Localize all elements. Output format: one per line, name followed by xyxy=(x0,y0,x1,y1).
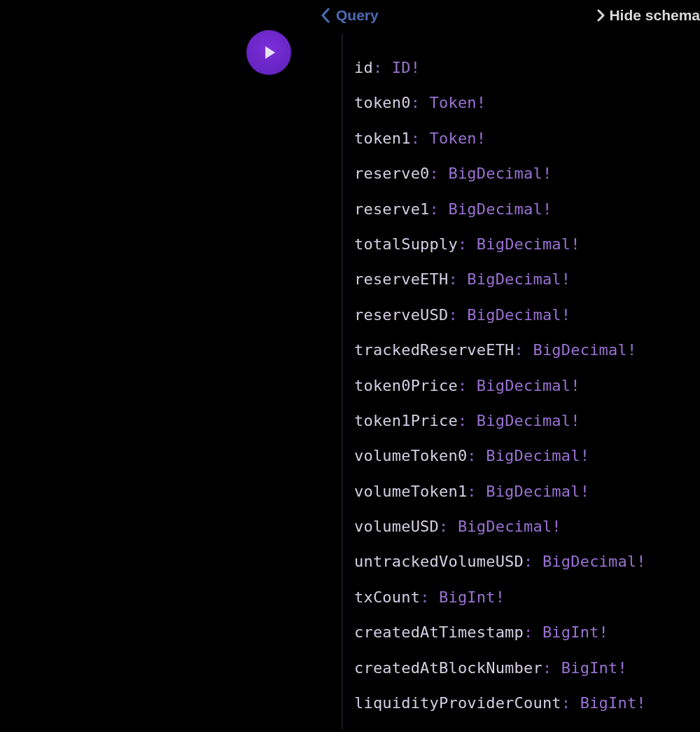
schema-field-name: totalSupply xyxy=(354,235,458,253)
schema-field-row[interactable]: untrackedVolumeUSD: BigDecimal! xyxy=(354,553,700,571)
non-null-bang: ! xyxy=(636,553,645,570)
schema-field-name: createdAtTimestamp xyxy=(354,623,524,641)
schema-field-name: untrackedVolumeUSD xyxy=(354,553,524,570)
non-null-bang: ! xyxy=(561,270,570,288)
schema-field-name: createdAtBlockNumber xyxy=(354,659,542,677)
non-null-bang: ! xyxy=(570,235,580,253)
schema-field-name: liquidityProviderCount xyxy=(354,694,561,712)
schema-field-type[interactable]: BigDecimal xyxy=(486,483,580,500)
schema-field-name: reserve0 xyxy=(354,165,430,182)
back-label: Query xyxy=(336,7,379,24)
colon-separator: : xyxy=(373,59,392,76)
schema-field-row[interactable]: volumeUSD: BigDecimal! xyxy=(354,518,700,536)
schema-field-name: id xyxy=(354,59,373,76)
schema-field-row[interactable]: token0Price: BigDecimal! xyxy=(354,377,700,395)
schema-field-row[interactable]: createdAtBlockNumber: BigInt! xyxy=(354,659,700,677)
schema-field-type[interactable]: BigDecimal xyxy=(458,518,552,535)
schema-field-row[interactable]: reserve1: BigDecimal! xyxy=(354,200,700,219)
schema-field-type[interactable]: BigDecimal xyxy=(542,553,636,570)
schema-field-type[interactable]: ID xyxy=(392,59,411,76)
non-null-bang: ! xyxy=(580,483,589,500)
schema-field-row[interactable]: createdAtTimestamp: BigInt! xyxy=(354,623,700,642)
colon-separator: : xyxy=(561,694,580,712)
schema-field-row[interactable]: reserveUSD: BigDecimal! xyxy=(354,306,700,324)
colon-separator: : xyxy=(448,306,467,324)
hide-schema-button[interactable]: Hide schema xyxy=(597,7,700,24)
colon-separator: : xyxy=(467,483,486,500)
non-null-bang: ! xyxy=(599,623,608,641)
non-null-bang: ! xyxy=(542,200,552,218)
schema-field-name: token0Price xyxy=(354,377,458,394)
hide-schema-label: Hide schema xyxy=(609,7,700,24)
schema-field-row[interactable]: txCount: BigInt! xyxy=(354,588,700,607)
play-icon xyxy=(265,46,275,59)
schema-field-type[interactable]: BigDecimal xyxy=(448,200,542,218)
chevron-right-icon xyxy=(597,9,606,22)
schema-field-type[interactable]: Token xyxy=(430,94,477,111)
colon-separator: : xyxy=(420,588,439,606)
colon-separator: : xyxy=(430,165,449,182)
colon-separator: : xyxy=(411,130,430,147)
schema-field-name: volumeUSD xyxy=(354,518,439,535)
schema-field-type[interactable]: BigInt xyxy=(439,588,496,606)
non-null-bang: ! xyxy=(570,412,580,429)
schema-field-row[interactable]: reserve0: BigDecimal! xyxy=(354,165,700,183)
back-to-query-button[interactable]: Query xyxy=(321,7,379,24)
schema-field-type[interactable]: BigInt xyxy=(561,659,618,677)
schema-field-type[interactable]: BigDecimal xyxy=(533,341,626,359)
chevron-left-icon xyxy=(321,8,330,23)
colon-separator: : xyxy=(514,341,533,359)
schema-field-row[interactable]: token1: Token! xyxy=(354,130,700,148)
colon-separator: : xyxy=(524,623,542,641)
non-null-bang: ! xyxy=(561,306,570,324)
schema-field-type[interactable]: BigDecimal xyxy=(448,165,542,182)
schema-field-name: token0 xyxy=(354,94,411,111)
schema-field-name: reserve1 xyxy=(354,200,430,218)
non-null-bang: ! xyxy=(580,447,589,464)
non-null-bang: ! xyxy=(411,59,420,76)
topbar: Query Hide schema xyxy=(0,0,700,34)
schema-field-type[interactable]: BigDecimal xyxy=(486,447,580,464)
non-null-bang: ! xyxy=(617,659,626,677)
schema-field-name: reserveUSD xyxy=(354,306,448,324)
schema-field-row[interactable]: volumeToken0: BigDecimal! xyxy=(354,447,700,465)
schema-field-row[interactable]: reserveETH: BigDecimal! xyxy=(354,270,700,289)
non-null-bang: ! xyxy=(636,694,645,712)
colon-separator: : xyxy=(439,518,458,535)
non-null-bang: ! xyxy=(570,377,580,394)
colon-separator: : xyxy=(430,200,449,218)
schema-field-name: token1 xyxy=(354,130,411,147)
schema-field-row[interactable]: totalSupply: BigDecimal! xyxy=(354,235,700,254)
colon-separator: : xyxy=(448,270,467,288)
colon-separator: : xyxy=(411,94,430,111)
non-null-bang: ! xyxy=(542,165,552,182)
colon-separator: : xyxy=(542,659,561,677)
schema-field-row[interactable]: token1Price: BigDecimal! xyxy=(354,412,700,430)
colon-separator: : xyxy=(467,447,486,464)
colon-separator: : xyxy=(458,377,477,394)
schema-field-type[interactable]: BigDecimal xyxy=(477,377,570,394)
schema-field-list: id: ID!token0: Token!token1: Token!reser… xyxy=(354,59,700,712)
schema-field-row[interactable]: liquidityProviderCount: BigInt! xyxy=(354,694,700,712)
schema-field-name: txCount xyxy=(354,588,420,606)
schema-field-row[interactable]: trackedReserveETH: BigDecimal! xyxy=(354,341,700,359)
schema-field-type[interactable]: BigDecimal xyxy=(467,306,561,324)
schema-field-type[interactable]: BigDecimal xyxy=(477,412,570,429)
non-null-bang: ! xyxy=(627,341,636,359)
schema-field-row[interactable]: id: ID! xyxy=(354,59,700,77)
schema-field-name: trackedReserveETH xyxy=(354,341,514,359)
schema-field-type[interactable]: Token xyxy=(430,130,477,147)
schema-field-type[interactable]: BigDecimal xyxy=(477,235,570,253)
colon-separator: : xyxy=(458,235,477,253)
colon-separator: : xyxy=(524,553,542,570)
schema-field-type[interactable]: BigInt xyxy=(580,694,637,712)
schema-field-row[interactable]: token0: Token! xyxy=(354,94,700,112)
run-query-button[interactable] xyxy=(246,30,291,75)
schema-field-name: volumeToken1 xyxy=(354,483,467,500)
schema-field-name: reserveETH xyxy=(354,270,448,288)
schema-field-type[interactable]: BigDecimal xyxy=(467,270,561,288)
schema-field-name: token1Price xyxy=(354,412,458,429)
schema-field-row[interactable]: volumeToken1: BigDecimal! xyxy=(354,483,700,501)
non-null-bang: ! xyxy=(477,130,486,147)
schema-field-type[interactable]: BigInt xyxy=(542,623,599,641)
